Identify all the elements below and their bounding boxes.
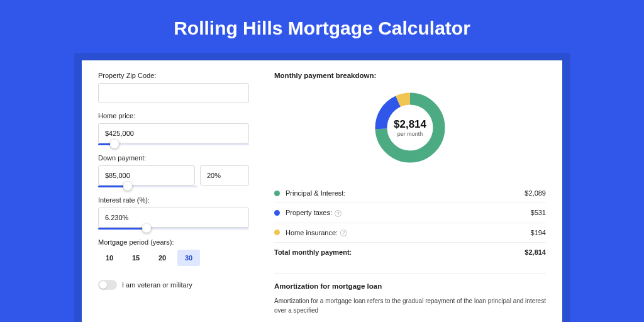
- price-slider[interactable]: [98, 143, 249, 145]
- rate-field: Interest rate (%):: [98, 196, 249, 230]
- legend-principal-value: $2,089: [525, 189, 546, 197]
- panel-outer: Property Zip Code: Home price: Down paym…: [74, 53, 570, 322]
- toggle-knob: [99, 281, 107, 289]
- veteran-label: I am veteran or military: [122, 281, 192, 289]
- period-15[interactable]: 15: [125, 250, 147, 266]
- legend-principal-label: Principal & Interest:: [286, 189, 525, 197]
- donut-sub: per month: [397, 131, 423, 137]
- calculator-panel: Property Zip Code: Home price: Down paym…: [82, 60, 562, 322]
- price-input[interactable]: [98, 123, 249, 143]
- legend-insurance-label: Home insurance:?: [286, 229, 531, 237]
- zip-label: Property Zip Code:: [98, 72, 249, 79]
- legend-taxes-label: Property taxes:?: [286, 209, 531, 217]
- form-column: Property Zip Code: Home price: Down paym…: [98, 72, 249, 315]
- amortization-section: Amortization for mortgage loan Amortizat…: [274, 273, 546, 315]
- down-percent-input[interactable]: [200, 165, 249, 186]
- breakdown-title: Monthly payment breakdown:: [274, 72, 546, 79]
- veteran-toggle[interactable]: [98, 280, 117, 290]
- donut-total: $2,814: [394, 118, 426, 131]
- period-30[interactable]: 30: [177, 250, 200, 266]
- period-group: 10 15 20 30: [98, 250, 249, 266]
- donut-chart: $2,814 per month: [274, 87, 546, 176]
- price-slider-thumb[interactable]: [110, 140, 119, 148]
- rate-label: Interest rate (%):: [98, 196, 249, 204]
- legend-total-value: $2,814: [525, 248, 546, 256]
- down-label: Down payment:: [98, 154, 249, 162]
- dot-yellow-icon: [274, 230, 280, 235]
- down-slider[interactable]: [98, 186, 197, 187]
- down-amount-input[interactable]: [98, 165, 195, 186]
- price-label: Home price:: [98, 112, 249, 119]
- legend-insurance-value: $194: [531, 229, 546, 236]
- rate-input[interactable]: [98, 208, 249, 228]
- rate-slider-thumb[interactable]: [142, 224, 151, 233]
- breakdown-column: Monthly payment breakdown: $2,814 per mo…: [274, 72, 546, 315]
- donut-center: $2,814 per month: [373, 91, 447, 165]
- zip-field: Property Zip Code:: [98, 72, 249, 103]
- legend-insurance: Home insurance:? $194: [274, 223, 546, 243]
- veteran-row: I am veteran or military: [98, 280, 249, 290]
- help-icon[interactable]: ?: [335, 210, 341, 217]
- help-icon[interactable]: ?: [340, 230, 347, 236]
- amortization-title: Amortization for mortgage loan: [274, 282, 546, 290]
- dot-green-icon: [274, 191, 280, 196]
- legend-principal: Principal & Interest: $2,089: [274, 184, 546, 203]
- period-20[interactable]: 20: [151, 250, 174, 266]
- amortization-text: Amortization for a mortgage loan refers …: [274, 296, 546, 315]
- price-field: Home price:: [98, 112, 249, 145]
- zip-input[interactable]: [98, 83, 249, 103]
- period-10[interactable]: 10: [98, 250, 121, 266]
- legend: Principal & Interest: $2,089 Property ta…: [274, 184, 546, 262]
- down-slider-thumb[interactable]: [123, 182, 132, 191]
- page-title: Rolling Hills Mortgage Calculator: [0, 0, 644, 53]
- dot-blue-icon: [274, 210, 280, 216]
- period-label: Mortgage period (years):: [98, 238, 249, 246]
- legend-taxes: Property taxes:? $531: [274, 203, 546, 223]
- rate-slider[interactable]: [98, 228, 249, 230]
- down-field: Down payment:: [98, 154, 249, 187]
- period-field: Mortgage period (years): 10 15 20 30: [98, 238, 249, 266]
- legend-total: Total monthly payment: $2,814: [274, 243, 546, 262]
- legend-total-label: Total monthly payment:: [274, 248, 525, 256]
- legend-taxes-value: $531: [531, 209, 546, 216]
